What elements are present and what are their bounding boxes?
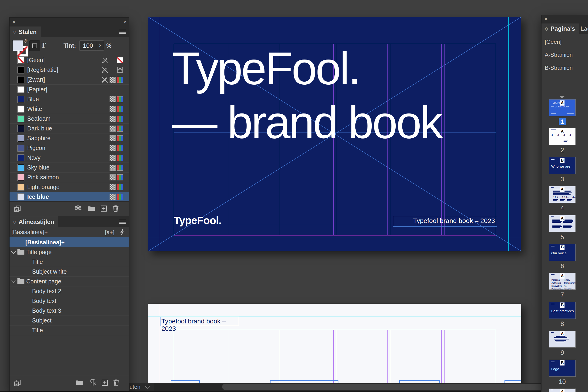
page-number-label[interactable]: 8: [549, 320, 575, 328]
page-number-label[interactable]: 3: [549, 176, 575, 183]
page-number-label[interactable]: 1: [549, 118, 575, 125]
style-group-row[interactable]: Content page: [10, 276, 129, 286]
swatch-row[interactable]: Blue: [10, 94, 129, 104]
page-thumbnail-1[interactable]: ATypeFool. — brand book: [549, 100, 575, 116]
load-styles-arrow-icon[interactable]: [14, 384, 21, 387]
load-styles-icon[interactable]: [14, 379, 21, 387]
delete-style-icon[interactable]: [113, 379, 121, 387]
trash-icon[interactable]: [113, 383, 120, 387]
delete-swatch-icon[interactable]: [112, 205, 120, 212]
swatch-exchange-icon[interactable]: [14, 209, 21, 213]
style-row[interactable]: Subject: [10, 316, 129, 326]
close-icon[interactable]: ×: [544, 16, 547, 22]
style-row[interactable]: Subject white: [10, 267, 129, 277]
trash-icon[interactable]: [112, 209, 119, 213]
style-row[interactable]: Title: [10, 325, 129, 335]
page-number-label[interactable]: 10: [549, 378, 575, 386]
page-thumbnail-8[interactable]: BBest practices: [549, 302, 575, 318]
document-page-2[interactable]: Typefool brand book – 2023: [148, 304, 521, 392]
swatch-row[interactable]: Pigeon: [10, 143, 129, 153]
formatting-affects-container-button[interactable]: [29, 40, 40, 51]
page-number-label[interactable]: 4: [549, 204, 575, 212]
style-group-row[interactable]: Title page: [10, 247, 129, 257]
swatch-row[interactable]: Sapphire: [10, 133, 129, 143]
swatch-views-grid-icon[interactable]: [75, 209, 83, 213]
column-guide-line[interactable]: [441, 330, 442, 392]
swatch-row[interactable]: Light orange: [10, 182, 129, 192]
document-page-1[interactable]: TypeFool. — brand book TypeFool. Typefoo…: [148, 17, 521, 251]
swatch-row[interactable]: Sky blue: [10, 162, 129, 172]
new-style-icon[interactable]: [101, 379, 109, 387]
style-row[interactable]: Body text 2: [10, 286, 129, 296]
swatch-row[interactable]: Navy: [10, 153, 129, 163]
new-group-folder-icon[interactable]: [88, 205, 95, 212]
page-number-label[interactable]: 6: [549, 262, 575, 270]
panel-menu-icon[interactable]: [119, 220, 126, 224]
tab-paginas[interactable]: ◇ Pagina's: [541, 24, 579, 34]
swatch-views-icon[interactable]: [75, 205, 82, 212]
plus-icon[interactable]: [100, 209, 107, 213]
chevron-down-icon[interactable]: [11, 278, 16, 283]
tab-lagen[interactable]: Lag: [580, 24, 588, 34]
column-guide-line[interactable]: [444, 44, 444, 235]
page-thumbnail-9[interactable]: A: [549, 331, 575, 347]
new-style-group-icon[interactable]: [76, 379, 83, 387]
page-number-label[interactable]: 9: [549, 349, 575, 357]
chevron-down-icon[interactable]: [11, 249, 16, 254]
fill-proxy-swatch[interactable]: [12, 40, 23, 51]
column-guide-line[interactable]: [444, 330, 444, 392]
page-thumbnail-6[interactable]: BOur voice: [549, 244, 575, 261]
clear-overrides-icon[interactable]: [88, 379, 96, 386]
column-guide-line[interactable]: [225, 330, 225, 392]
scrollbar-thumb[interactable]: [222, 384, 544, 390]
preflight-status-text[interactable]: uten: [130, 384, 141, 390]
folder-icon[interactable]: [76, 382, 83, 386]
swatch-row[interactable]: Dark blue: [10, 124, 129, 134]
page-thumbnail-partial[interactable]: A: [549, 389, 575, 392]
master-page-item[interactable]: [Geen]: [541, 36, 588, 48]
page-number-label[interactable]: 5: [549, 234, 575, 241]
style-row[interactable]: Body text 3: [10, 306, 129, 316]
page-number-label[interactable]: 7: [549, 291, 575, 299]
swap-fill-stroke-icon[interactable]: ⇄: [22, 38, 29, 44]
page-thumbnail-5[interactable]: A: [549, 215, 575, 232]
page-number-label[interactable]: 2: [549, 147, 575, 154]
swatch-row[interactable]: Pink salmon: [10, 172, 129, 182]
lightning-icon[interactable]: [119, 229, 125, 236]
swatch-row[interactable]: [Zwart]: [10, 75, 129, 85]
page-thumbnail-2[interactable]: A1– 2– 3– 4–: [549, 128, 575, 145]
panel-menu-icon[interactable]: [119, 30, 126, 34]
style-row[interactable]: [Basisalinea]+: [10, 238, 129, 248]
swatch-row[interactable]: White: [10, 104, 129, 114]
cover-title[interactable]: TypeFool. — brand book: [172, 42, 441, 150]
cover-logo[interactable]: TypeFool.: [174, 214, 221, 227]
tab-stalen[interactable]: ◇ Stalen: [10, 26, 41, 37]
horizontal-scrollbar[interactable]: [154, 383, 588, 390]
style-override-icon[interactable]: [a+]: [105, 229, 115, 236]
style-row[interactable]: Title: [10, 257, 129, 267]
page-thumbnail-7[interactable]: APersonalAuthenticInnovativeExceptionali…: [549, 273, 575, 290]
style-row[interactable]: Body text: [10, 296, 129, 306]
show-swatch-kinds-icon[interactable]: [14, 205, 21, 212]
column-guide-line[interactable]: [390, 330, 390, 392]
swatch-row[interactable]: [Registratie]: [10, 65, 129, 75]
formatting-affects-text-button[interactable]: T: [41, 42, 46, 50]
selected-page-number-badge[interactable]: 1: [559, 118, 566, 125]
swatch-row[interactable]: Seafoam: [10, 114, 129, 124]
tint-dropdown-icon[interactable]: ›: [96, 40, 104, 51]
tint-input[interactable]: 100: [79, 40, 96, 51]
page-thumbnail-4[interactable]: A10+ 150+ 4m: [549, 186, 575, 203]
chevron-down-icon[interactable]: [145, 384, 150, 388]
master-page-item[interactable]: A-Stramien: [541, 48, 588, 62]
cover-footer-frame[interactable]: Typefool brand book – 2023: [393, 216, 497, 227]
master-page-item[interactable]: B-Stramien: [541, 62, 588, 75]
folder-icon[interactable]: [88, 208, 95, 212]
page-thumbnail-10[interactable]: BLogo: [549, 360, 575, 376]
pilcrow-clear-icon[interactable]: [88, 383, 96, 387]
column-guide-line[interactable]: [228, 330, 228, 392]
tab-alineastijlen[interactable]: ◇ Alineastijlen: [10, 216, 58, 228]
swatch-row[interactable]: [Papier]: [10, 84, 129, 94]
plus-icon[interactable]: [101, 383, 108, 387]
swatch-row[interactable]: Ice blue: [10, 192, 129, 202]
new-swatch-icon[interactable]: [100, 205, 108, 212]
